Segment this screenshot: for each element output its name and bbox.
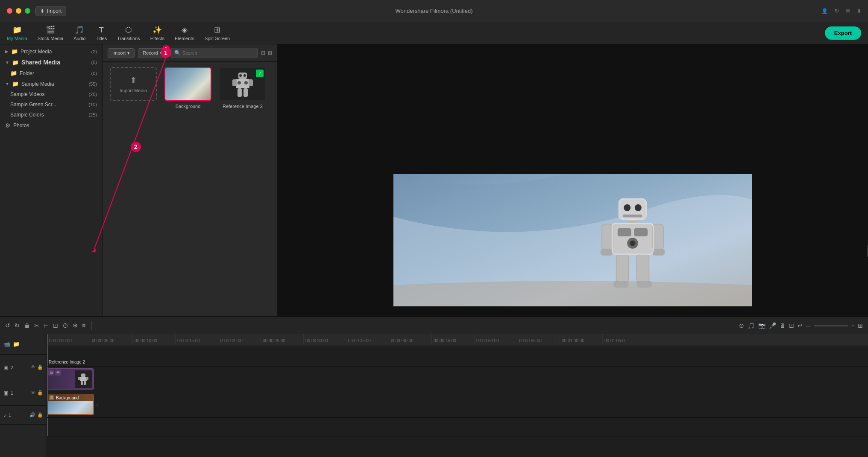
- reference-image-clip[interactable]: ⊡ 👁: [47, 368, 94, 390]
- playhead-track-line: [47, 346, 48, 366]
- track-2-number: 2: [11, 365, 13, 370]
- refresh-icon[interactable]: ↻: [835, 8, 839, 14]
- search-input[interactable]: [182, 50, 254, 55]
- tree-sample-videos[interactable]: Sample Videos (20): [0, 89, 102, 99]
- record-button[interactable]: Record ▾ 1: [138, 48, 167, 58]
- stock-media-icon: 🎬: [46, 25, 55, 35]
- robot-figure: [598, 195, 667, 298]
- filter-icon[interactable]: ⊟: [261, 50, 265, 56]
- export-button[interactable]: Export: [825, 26, 861, 40]
- toolbar-stock-media[interactable]: 🎬 Stock Media: [38, 25, 64, 41]
- audio-icon: 🎵: [75, 25, 84, 35]
- sample-colors-count: (25): [88, 112, 97, 117]
- reference-image-media-item[interactable]: ✓ Reference Image 2: [217, 67, 268, 109]
- speed-button[interactable]: ⏱: [62, 322, 68, 329]
- toolbar-audio[interactable]: 🎵 Audio: [73, 25, 85, 41]
- mic-button[interactable]: 🎤: [769, 322, 776, 329]
- download-icon[interactable]: ⬇: [857, 8, 861, 14]
- filter-icons: ⊟ ⊞: [261, 50, 272, 56]
- toolbar-transitions[interactable]: ⬡ Transitions: [117, 25, 140, 41]
- track-empty-row: [47, 346, 868, 367]
- upload-icon: ⬆: [130, 75, 137, 85]
- delete-button[interactable]: 🗑: [24, 322, 30, 329]
- track-2-label: ▣ 2 👁 🔒: [0, 355, 47, 380]
- tree-project-media[interactable]: ▶ 📁 Project Media (2): [0, 46, 102, 57]
- import-window-button[interactable]: ⬇ Import: [35, 6, 66, 16]
- add-media-track-icon[interactable]: 📁: [13, 341, 20, 347]
- titlebar: ⬇ Import Wondershare Filmora (Untitled) …: [0, 0, 868, 22]
- transitions-icon: ⬡: [125, 25, 132, 35]
- tree-sample-colors[interactable]: Sample Colors (25): [0, 110, 102, 120]
- screen-button[interactable]: 🖥: [780, 322, 786, 329]
- track-2-eye-icon[interactable]: 👁: [31, 364, 35, 370]
- zoom-slider[interactable]: [814, 325, 848, 326]
- track-2-icon: ▣: [3, 364, 8, 370]
- close-button[interactable]: [7, 8, 12, 14]
- svg-rect-23: [652, 224, 663, 250]
- zoom-out-icon[interactable]: —: [806, 323, 811, 328]
- search-box[interactable]: 🔍: [170, 48, 258, 58]
- freeze-button[interactable]: ❄: [73, 322, 78, 329]
- record-badge: 1: [162, 45, 170, 53]
- cut-button[interactable]: ✂: [34, 322, 39, 329]
- toolbar-effects[interactable]: ✨ Effects: [150, 25, 164, 41]
- toolbar-my-media[interactable]: 📁 My Media: [7, 25, 27, 41]
- split-button[interactable]: ⊢: [44, 322, 49, 329]
- svg-rect-33: [78, 377, 80, 380]
- undo-button[interactable]: ↺: [5, 322, 10, 329]
- background-media-item[interactable]: Background: [162, 67, 214, 109]
- tree-photos[interactable]: ⚙ Photos: [0, 120, 102, 131]
- folder-label: Folder: [20, 70, 34, 76]
- track-1-lock-icon[interactable]: 🔒: [37, 390, 43, 396]
- minimize-button[interactable]: [16, 8, 21, 14]
- track-2-lock-icon[interactable]: 🔒: [37, 364, 43, 370]
- audio-volume-icon[interactable]: 🔊: [29, 412, 35, 418]
- more-button[interactable]: ≡: [82, 322, 85, 329]
- snap-button[interactable]: ⊙: [739, 322, 744, 329]
- fit-button[interactable]: ⊞: [858, 322, 863, 329]
- robot-thumbnail-icon: [230, 69, 255, 99]
- mail-icon[interactable]: ✉: [846, 8, 850, 14]
- ruler-mark-2: 00:00:10:00: [132, 334, 175, 344]
- import-button[interactable]: Import ▾: [108, 48, 135, 58]
- tree-shared-media[interactable]: ▼ 📁 Shared Media (0): [0, 57, 102, 68]
- track-labels: 📹 📁 ▣ 2 👁 🔒 ▣ 1 👁 🔒: [0, 334, 47, 457]
- svg-point-8: [238, 81, 241, 84]
- ruler-mark-1: 00:00:05:00: [90, 334, 132, 344]
- toolbar-titles[interactable]: T Titles: [96, 26, 107, 41]
- rewind-button[interactable]: ↩: [798, 322, 803, 329]
- tree-sample-green-screen[interactable]: Sample Green Scr... (10): [0, 99, 102, 110]
- toolbar-divider: [91, 321, 92, 330]
- camera-button[interactable]: 📷: [758, 322, 765, 329]
- svg-rect-25: [616, 254, 629, 282]
- add-video-track-icon[interactable]: 📹: [3, 341, 10, 347]
- audio-button[interactable]: 🎵: [748, 322, 755, 329]
- zoom-in-icon[interactable]: +: [852, 323, 854, 328]
- redo-button[interactable]: ↻: [15, 322, 20, 329]
- caption-button[interactable]: ⊡: [789, 322, 794, 329]
- tree-folder[interactable]: 📁 Folder (0): [0, 68, 102, 79]
- toolbar-elements[interactable]: ◈ Elements: [175, 25, 194, 41]
- background-thumb[interactable]: [164, 67, 211, 101]
- background-clip[interactable]: ⊡ Background: [47, 394, 94, 415]
- track-1-eye-icon[interactable]: 👁: [31, 390, 35, 396]
- svg-point-7: [243, 74, 246, 77]
- titlebar-right-icons: 👤 ↻ ✉ ⬇: [821, 8, 861, 14]
- svg-rect-5: [243, 88, 248, 97]
- timeline-ruler: 00:00:00:00 00:00:05:00 00:00:10:00 00:0…: [47, 334, 868, 346]
- maximize-button[interactable]: [25, 8, 30, 14]
- ruler-mark-4: 00:00:20:00: [218, 334, 261, 344]
- ruler-mark-13: 00:01:05:0: [602, 334, 645, 344]
- clip-preview: [48, 401, 93, 414]
- audio-lock-icon[interactable]: 🔒: [37, 412, 43, 418]
- toolbar-split-screen[interactable]: ⊞ Split Screen: [205, 25, 230, 41]
- crop-button[interactable]: ⊡: [53, 322, 58, 329]
- grid-view-icon[interactable]: ⊞: [268, 50, 272, 56]
- import-media-button[interactable]: ⬆ Import Media: [110, 67, 157, 101]
- timeline-toolbar: ↺ ↻ 🗑 ✂ ⊢ ⊡ ⏱ ❄ ≡ ⊙ 🎵 📷 🎤 🖥 ⊡ ↩ — + ⊞: [0, 317, 868, 334]
- reference-image-thumb[interactable]: ✓: [219, 67, 266, 101]
- user-icon[interactable]: 👤: [821, 8, 828, 14]
- playhead[interactable]: [47, 334, 48, 346]
- tree-sample-media[interactable]: ▼ 📁 Sample Media (55): [0, 79, 102, 89]
- import-media-item[interactable]: ⬆ Import Media: [108, 67, 159, 109]
